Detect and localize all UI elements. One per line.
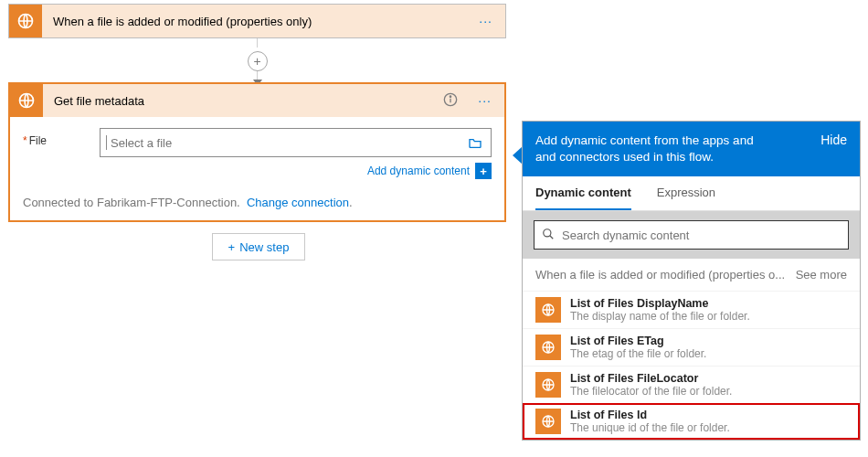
- token-item-id[interactable]: List of Files Id The unique id of the fi…: [523, 403, 860, 440]
- search-input[interactable]: [562, 228, 841, 242]
- tab-expression[interactable]: Expression: [657, 176, 715, 210]
- dynamic-content-panel: Add dynamic content from the apps andand…: [522, 121, 861, 441]
- file-input-wrap[interactable]: [100, 128, 492, 157]
- action-header[interactable]: Get file metadata ···: [10, 84, 504, 117]
- token-icon: [535, 297, 561, 323]
- search-box[interactable]: [534, 220, 849, 250]
- required-star: *: [23, 134, 27, 147]
- dynamic-content-header: Add dynamic content from the apps andand…: [523, 122, 860, 176]
- param-row-file: *File Add dynamic content +: [23, 128, 492, 179]
- token-title: List of Files FileLocator: [570, 372, 732, 385]
- token-desc: The display name of the file or folder.: [570, 310, 750, 323]
- add-dynamic-content-icon[interactable]: +: [475, 163, 492, 179]
- search-wrap: [523, 211, 860, 259]
- svg-point-5: [544, 228, 551, 236]
- connector-icon: [10, 84, 43, 117]
- token-icon: [535, 409, 561, 434]
- connector-icon: [9, 5, 42, 37]
- token-list: List of Files DisplayName The display na…: [523, 291, 860, 440]
- section-title: When a file is added or modified (proper…: [535, 268, 785, 282]
- action-card: Get file metadata ··· *File Add dynamic …: [8, 82, 506, 222]
- action-title: Get file metadata: [43, 94, 436, 108]
- param-label: *File: [23, 128, 89, 147]
- new-step-button[interactable]: + New step: [212, 233, 305, 260]
- token-item-etag[interactable]: List of Files ETag The etag of the file …: [523, 328, 860, 366]
- add-dynamic-content-row: Add dynamic content +: [100, 163, 492, 179]
- info-icon[interactable]: [436, 92, 465, 110]
- new-step-label: New step: [239, 240, 289, 254]
- token-desc: The etag of the file or folder.: [570, 347, 706, 360]
- token-section-header: When a file is added or modified (proper…: [523, 259, 860, 291]
- token-desc: The filelocator of the file or folder.: [570, 385, 732, 398]
- tabs: Dynamic content Expression: [523, 176, 860, 211]
- plus-icon: +: [228, 240, 236, 254]
- change-connection-link[interactable]: Change connection: [247, 196, 349, 209]
- trigger-header[interactable]: When a file is added or modified (proper…: [9, 5, 505, 37]
- trigger-title: When a file is added or modified (proper…: [42, 15, 466, 28]
- token-title: List of Files ETag: [570, 335, 706, 347]
- hide-button[interactable]: Hide: [811, 133, 847, 147]
- svg-line-6: [550, 235, 554, 239]
- file-input[interactable]: [107, 130, 465, 155]
- trigger-card[interactable]: When a file is added or modified (proper…: [8, 4, 506, 38]
- more-menu-icon[interactable]: ···: [465, 93, 504, 108]
- token-item-displayname[interactable]: List of Files DisplayName The display na…: [523, 291, 860, 328]
- svg-point-4: [450, 96, 451, 97]
- see-more-link[interactable]: See more: [796, 268, 847, 282]
- folder-picker-icon[interactable]: [465, 133, 485, 153]
- connection-prefix: Connected to: [23, 196, 97, 209]
- action-body: *File Add dynamic content +: [10, 117, 504, 188]
- token-item-filelocator[interactable]: List of Files FileLocator The filelocato…: [523, 366, 860, 403]
- dynamic-content-header-text: Add dynamic content from the apps andand…: [535, 133, 811, 165]
- connection-name: Fabrikam-FTP-Connection: [97, 196, 237, 209]
- token-title: List of Files Id: [570, 409, 730, 421]
- token-icon: [535, 335, 561, 360]
- param-label-text: File: [29, 134, 47, 147]
- add-dynamic-content-link[interactable]: Add dynamic content: [367, 165, 470, 177]
- more-menu-icon[interactable]: ···: [466, 14, 505, 28]
- search-icon: [542, 228, 555, 243]
- insert-step-button[interactable]: +: [248, 51, 268, 71]
- tab-dynamic-content[interactable]: Dynamic content: [535, 176, 631, 210]
- token-desc: The unique id of the file or folder.: [570, 421, 730, 434]
- connector: +: [8, 38, 506, 86]
- connection-info: Connected to Fabrikam-FTP-Connection. Ch…: [10, 188, 504, 220]
- token-title: List of Files DisplayName: [570, 297, 750, 310]
- token-icon: [535, 372, 561, 398]
